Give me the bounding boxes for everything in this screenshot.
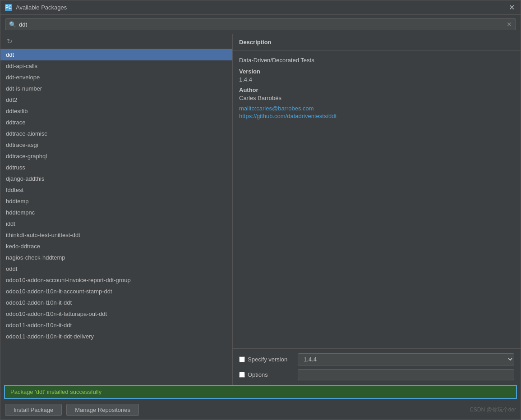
version-label: Version [239,68,514,75]
package-item[interactable]: ddt-is-number [0,83,232,94]
version-value: 1.4.4 [239,76,514,83]
options-row: Options [239,369,514,380]
package-item[interactable]: ddt-envelope [0,72,232,83]
install-package-button[interactable]: Install Package [5,404,62,416]
manage-repositories-button[interactable]: Manage Repositories [66,404,139,416]
options-input[interactable] [298,369,514,380]
options-checkbox[interactable] [239,372,245,378]
package-item[interactable]: iddt [0,218,232,229]
window-title: Available Packages [16,4,67,11]
specify-version-row: Specify version 1.4.4 [239,353,514,365]
package-item[interactable]: nagios-check-hddtemp [0,252,232,263]
action-bar: Install Package Manage Repositories CSDN… [0,400,521,420]
package-item[interactable]: django-addthis [0,173,232,184]
search-wrapper: 🔍 ✕ [5,18,516,30]
package-item[interactable]: ddtestlib [0,105,232,117]
package-item[interactable]: odoo10-addon-l10n-it-fatturapa-out-ddt [0,308,232,320]
options-label: Options [239,371,293,378]
package-item[interactable]: ddt-api-calls [0,60,232,72]
main-content: ↻ ddtddt-api-callsddt-envelopeddt-is-num… [0,34,521,385]
status-bar: Package 'ddt' installed successfully [4,385,517,399]
package-item[interactable]: ddtrace-graphql [0,151,232,162]
package-item[interactable]: hddtempnc [0,207,232,218]
close-button[interactable]: ✕ [507,3,516,12]
package-item[interactable]: odoo10-addon-l10n-it-ddt [0,297,232,308]
package-item[interactable]: odoo11-addon-l10n-it-ddt [0,320,232,331]
package-item[interactable]: fddtest [0,184,232,196]
refresh-button[interactable]: ↻ [5,37,14,46]
package-item[interactable]: ddt [0,49,232,60]
package-item[interactable]: odoo10-addon-account-invoice-report-ddt-… [0,274,232,286]
author-label: Author [239,87,514,93]
package-list: ddtddt-api-callsddt-envelopeddt-is-numbe… [0,49,232,385]
title-bar-left: PC Available Packages [5,4,67,11]
package-item[interactable]: ddtrace-aiomisc [0,128,232,139]
refresh-bar: ↻ [0,34,232,49]
app-icon: PC [5,4,12,11]
package-item[interactable]: odoo11-addon-l10n-it-ddt-delivery [0,331,232,342]
package-item[interactable]: ithinkdt-auto-test-unittest-ddt [0,229,232,241]
main-window: PC Available Packages ✕ 🔍 ✕ ↻ ddtddt-api… [0,0,521,420]
specify-version-checkbox[interactable] [239,356,245,362]
search-bar: 🔍 ✕ [0,15,521,34]
specify-version-label: Specify version [239,356,293,363]
package-item[interactable]: odoo10-addon-l10n-it-account-stamp-ddt [0,286,232,297]
clear-search-button[interactable]: ✕ [507,21,512,28]
github-link[interactable]: https://github.com/datadriventests/ddt [239,113,514,119]
package-description: Data-Driven/Decorated Tests [239,57,514,64]
package-item[interactable]: hddtemp [0,196,232,207]
package-item[interactable]: ddtrace [0,117,232,128]
title-bar: PC Available Packages ✕ [0,0,521,15]
description-content: Data-Driven/Decorated Tests Version 1.4.… [233,50,521,348]
package-item[interactable]: ddtrace-asgi [0,139,232,151]
status-message: Package 'ddt' installed successfully [10,388,101,395]
search-icon: 🔍 [9,21,16,28]
package-item[interactable]: kedo-ddtrace [0,241,232,252]
package-item[interactable]: ddtruss [0,162,232,173]
email-link[interactable]: mailto:carles@barrobes.com [239,105,514,112]
package-item[interactable]: ddt2 [0,94,232,105]
description-header: Description [233,34,521,50]
package-item[interactable]: oddt [0,263,232,274]
right-panel: Description Data-Driven/Decorated Tests … [233,34,521,385]
author-value: Carles Barrobés [239,95,514,101]
search-input[interactable] [19,21,507,28]
version-select[interactable]: 1.4.4 [298,353,514,365]
watermark: CSDN @你玩个der [470,406,516,414]
bottom-controls: Specify version 1.4.4 Options [233,348,521,385]
left-panel: ↻ ddtddt-api-callsddt-envelopeddt-is-num… [0,34,233,385]
